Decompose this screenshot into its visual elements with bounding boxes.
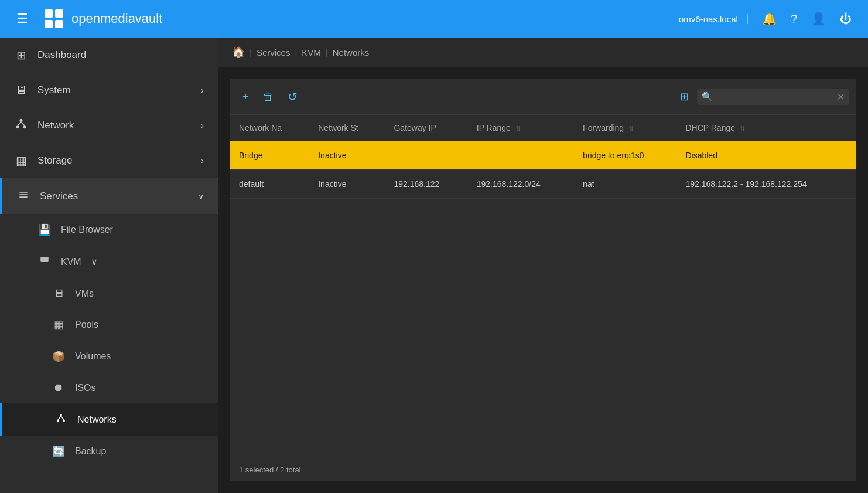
breadcrumb-sep-3: | [326, 47, 328, 57]
breadcrumb-sep-1: | [250, 47, 252, 57]
kvm-icon [37, 255, 52, 268]
sidebar-sub-item-label: ISOs [75, 383, 96, 393]
app-logo: openmediavault [42, 7, 162, 30]
cell-gateway-ip: 192.168.122 [384, 170, 467, 199]
table-row[interactable]: default Inactive 192.168.122 192.168.122… [230, 170, 856, 199]
svg-rect-0 [45, 9, 53, 18]
svg-rect-2 [45, 20, 53, 28]
search-input[interactable] [716, 92, 833, 101]
svg-point-10 [60, 414, 62, 416]
sidebar-sub-item-label: Pools [75, 319, 98, 330]
breadcrumb-sep-2: | [295, 47, 297, 57]
storage-icon: ▦ [14, 154, 28, 168]
content-area: 🏠 | Services | KVM | Networks + 🗑 ↺ [218, 38, 868, 493]
svg-point-12 [63, 420, 65, 422]
chevron-right-icon: › [201, 156, 204, 165]
breadcrumb-services[interactable]: Services [257, 47, 291, 57]
table-header: Network Na Network St Gateway IP IP Rang… [230, 115, 856, 141]
power-button[interactable]: ⏻ [835, 8, 856, 30]
cell-network-status: Inactive [309, 170, 384, 199]
chevron-down-icon: ∨ [91, 256, 98, 267]
svg-line-13 [58, 416, 61, 420]
chevron-right-icon: › [201, 86, 204, 95]
add-button[interactable]: + [237, 86, 255, 108]
refresh-icon: ↺ [288, 90, 298, 104]
table-row[interactable]: Bridge Inactive bridge to enp1s0 Disable… [230, 141, 856, 170]
table-body: Bridge Inactive bridge to enp1s0 Disable… [230, 141, 856, 199]
table-header-row: Network Na Network St Gateway IP IP Rang… [230, 115, 856, 141]
delete-icon: 🗑 [263, 91, 274, 103]
sidebar-sub-item-label: Backup [75, 446, 106, 457]
cell-forwarding: nat [573, 170, 676, 199]
delete-button[interactable]: 🗑 [257, 86, 279, 108]
col-forwarding[interactable]: Forwarding ⇅ [573, 115, 676, 141]
sidebar-item-label: Services [40, 191, 189, 202]
sidebar-item-services[interactable]: Services ∨ [0, 178, 218, 214]
backup-icon: 🔄 [52, 445, 66, 458]
topbar-right: omv6-nas.local 🔔 ? 👤 ⏻ [679, 7, 856, 30]
svg-rect-1 [55, 9, 63, 18]
col-network-status: Network St [309, 115, 384, 141]
user-button[interactable]: 👤 [807, 7, 831, 30]
file-browser-icon: 💾 [37, 223, 52, 236]
svg-rect-9 [40, 257, 49, 262]
hostname: omv6-nas.local [679, 14, 748, 24]
chevron-down-icon: ∨ [198, 192, 204, 201]
network-icon [14, 118, 28, 132]
toolbar: + 🗑 ↺ ⊞ 🔍 ✕ [230, 79, 856, 115]
dashboard-icon: ⊞ [14, 48, 28, 62]
status-text: 1 selected / 2 total [239, 465, 301, 474]
cell-dhcp-range: 192.168.122.2 - 192.168.122.254 [676, 170, 856, 199]
grid-view-button[interactable]: ⊞ [674, 86, 695, 108]
cell-network-name: default [230, 170, 309, 199]
sidebar-item-pools[interactable]: ▦ Pools [0, 309, 218, 341]
pools-icon: ▦ [52, 318, 66, 331]
cell-ip-range [467, 141, 573, 170]
table-wrapper: Network Na Network St Gateway IP IP Rang… [230, 115, 856, 458]
svg-line-8 [21, 122, 25, 126]
sidebar-item-isos[interactable]: ⏺ ISOs [0, 372, 218, 403]
status-bar: 1 selected / 2 total [230, 458, 856, 481]
col-gateway-ip: Gateway IP [384, 115, 467, 141]
sidebar-item-networks[interactable]: Networks [0, 403, 218, 436]
sidebar-sub-item-label: File Browser [61, 225, 113, 235]
sidebar-item-network[interactable]: Network › [0, 107, 218, 143]
sidebar-sub-item-label: VMs [75, 288, 94, 299]
sidebar-item-dashboard[interactable]: ⊞ Dashboard [0, 38, 218, 73]
cell-network-status: Inactive [309, 141, 384, 170]
sidebar-item-kvm[interactable]: KVM ∨ [0, 246, 218, 278]
chevron-right-icon: › [201, 121, 204, 130]
sort-icon: ⇅ [628, 125, 634, 132]
sidebar-item-volumes[interactable]: 📦 Volumes [0, 341, 218, 372]
system-icon: 🖥 [14, 83, 28, 97]
sidebar-item-backup[interactable]: 🔄 Backup [0, 436, 218, 467]
cell-ip-range: 192.168.122.0/24 [467, 170, 573, 199]
hamburger-button[interactable]: ☰ [12, 6, 33, 31]
notifications-button[interactable]: 🔔 [757, 7, 781, 30]
sidebar-item-system[interactable]: 🖥 System › [0, 73, 218, 107]
svg-point-6 [23, 125, 26, 128]
search-box: 🔍 ✕ [697, 89, 849, 105]
sidebar-item-file-browser[interactable]: 💾 File Browser [0, 214, 218, 246]
sort-icon: ⇅ [515, 125, 521, 132]
main-layout: ⊞ Dashboard 🖥 System › Network › ▦ Stora… [0, 38, 868, 493]
svg-rect-3 [55, 20, 63, 28]
logo-svg [43, 8, 64, 29]
svg-point-4 [20, 119, 23, 122]
home-icon[interactable]: 🏠 [232, 46, 245, 59]
col-dhcp-range[interactable]: DHCP Range ⇅ [676, 115, 856, 141]
add-icon: + [242, 91, 249, 103]
cell-dhcp-range: Disabled [676, 141, 856, 170]
sort-icon: ⇅ [740, 125, 745, 132]
topbar-left: ☰ openmediavault [12, 6, 162, 31]
search-clear-button[interactable]: ✕ [837, 91, 845, 103]
vms-icon: 🖥 [52, 287, 66, 300]
breadcrumb-kvm[interactable]: KVM [302, 47, 321, 57]
col-ip-range[interactable]: IP Range ⇅ [467, 115, 573, 141]
cell-network-name: Bridge [230, 141, 309, 170]
refresh-button[interactable]: ↺ [282, 85, 303, 108]
sidebar-item-storage[interactable]: ▦ Storage › [0, 143, 218, 178]
topbar: ☰ openmediavault omv6-nas.local 🔔 ? 👤 ⏻ [0, 0, 868, 38]
sidebar-item-vms[interactable]: 🖥 VMs [0, 278, 218, 309]
help-button[interactable]: ? [786, 8, 802, 30]
